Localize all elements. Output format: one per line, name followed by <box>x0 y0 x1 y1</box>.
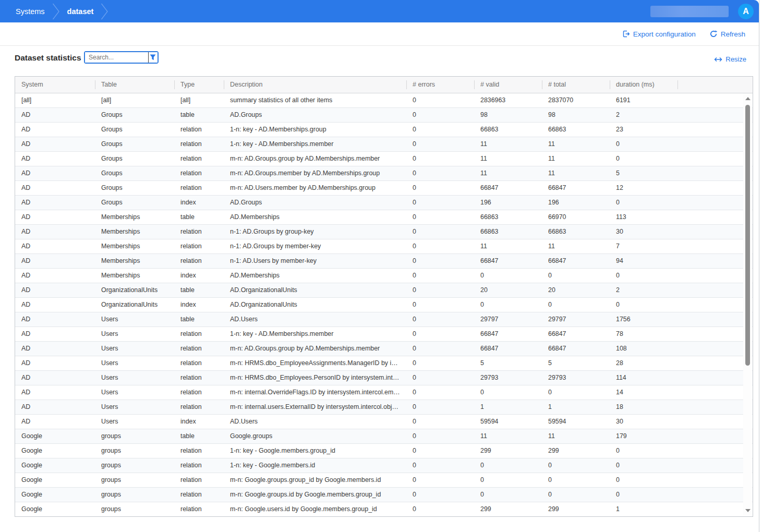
column-header[interactable]: Table <box>95 77 174 93</box>
table-row[interactable]: ADMembershipstableAD.Memberships06686366… <box>15 210 753 224</box>
table-cell: 2837070 <box>542 93 610 107</box>
table-cell: Memberships <box>95 210 174 224</box>
refresh-button[interactable]: Refresh <box>709 30 745 38</box>
table-row[interactable]: Googlegroupsrelationm-n: Google.users.id… <box>15 502 753 516</box>
table-cell <box>678 180 753 195</box>
table-cell <box>678 297 753 312</box>
column-header[interactable]: System <box>15 77 95 93</box>
avatar[interactable]: A <box>738 4 754 19</box>
table-cell: relation <box>174 400 224 414</box>
table-cell: [all] <box>95 93 174 107</box>
table-cell <box>678 93 753 107</box>
table-row[interactable]: ADGroupsrelationm-n: AD.Groups.group by … <box>15 151 753 166</box>
column-header[interactable]: duration (ms) <box>610 77 678 93</box>
table-row[interactable]: Googlegroupsrelationm-n: Google.groups.g… <box>15 473 753 487</box>
table-cell <box>678 458 753 473</box>
table-row[interactable]: ADUsersrelationm-n: internal.users.Exter… <box>15 400 753 414</box>
table-row[interactable]: GooglegroupstableGoogle.groups01111179 <box>15 429 753 443</box>
table-row[interactable]: ADMembershipsrelationn-1: AD.Groups by g… <box>15 224 753 239</box>
table-cell: AD <box>15 400 95 414</box>
column-header[interactable]: # errors <box>406 77 474 93</box>
table-cell: relation <box>174 224 224 239</box>
table-cell: 78 <box>610 327 678 341</box>
table-cell: 11 <box>474 137 542 151</box>
export-configuration-button[interactable]: Export configuration <box>622 30 696 38</box>
table-cell: AD <box>15 239 95 253</box>
table-cell: 0 <box>406 122 474 137</box>
table-cell: 0 <box>406 458 474 473</box>
table-row[interactable]: ADGroupsrelationm-n: AD.Users.member by … <box>15 180 753 195</box>
table-row[interactable]: Googlegroupsrelationm-n: Google.groups.i… <box>15 487 753 502</box>
table-row[interactable]: ADMembershipsrelationn-1: AD.Groups by m… <box>15 239 753 253</box>
table-row[interactable]: ADGroupsindexAD.Groups01961960 <box>15 195 753 210</box>
table-cell: 66970 <box>542 210 610 224</box>
table-cell: relation <box>174 151 224 166</box>
table-cell: 0 <box>406 268 474 283</box>
table-cell: AD <box>15 268 95 283</box>
table-cell: 66847 <box>542 341 610 356</box>
table-row[interactable]: ADUsersrelation1-n: key - AD.Memberships… <box>15 327 753 341</box>
export-icon <box>622 30 630 38</box>
table-cell <box>678 385 753 400</box>
column-header[interactable]: # valid <box>474 77 542 93</box>
table-cell: 66847 <box>474 327 542 341</box>
table-cell: 66847 <box>542 253 610 268</box>
table-row[interactable]: ADOrganizationalUnitstableAD.Organizatio… <box>15 283 753 297</box>
table-cell <box>678 312 753 327</box>
table-cell: 0 <box>610 473 678 487</box>
table-cell: 0 <box>474 487 542 502</box>
table-row[interactable]: ADUsersrelationm-n: AD.Groups.group by A… <box>15 341 753 356</box>
table-row[interactable]: ADMembershipsrelationn-1: AD.Users by me… <box>15 253 753 268</box>
table-row[interactable]: [all][all][all]summary statistics of all… <box>15 93 753 107</box>
table-cell: m-n: Google.groups.id by Google.members.… <box>224 487 406 502</box>
column-header[interactable] <box>678 77 753 93</box>
table-cell: relation <box>174 458 224 473</box>
scroll-down-button[interactable] <box>743 507 752 514</box>
table-row[interactable]: ADGroupsrelation1-n: key - AD.Membership… <box>15 122 753 137</box>
column-header[interactable]: # total <box>542 77 610 93</box>
table-row[interactable]: ADUsersindexAD.Users0595945959430 <box>15 414 753 429</box>
table-row[interactable]: ADUsersrelationm-n: HRMS.dbo_Employees.P… <box>15 370 753 385</box>
column-header[interactable]: Description <box>224 77 406 93</box>
table-cell: 299 <box>474 502 542 516</box>
table-cell: 0 <box>406 443 474 458</box>
table-cell <box>678 370 753 385</box>
table-row[interactable]: ADMembershipsindexAD.Memberships0000 <box>15 268 753 283</box>
table-cell: relation <box>174 122 224 137</box>
search-input[interactable] <box>85 52 148 63</box>
table-cell: m-n: AD.Groups.group by AD.Memberships.m… <box>224 151 406 166</box>
table-row[interactable]: Googlegroupsrelation1-n: key - Google.me… <box>15 458 753 473</box>
topbar-search-field[interactable] <box>650 6 729 17</box>
breadcrumb-systems[interactable]: Systems <box>16 7 45 16</box>
table-cell: 12 <box>610 180 678 195</box>
table-row[interactable]: Googlegroupsrelation1-n: key - Google.me… <box>15 443 753 458</box>
scrollbar-thumb[interactable] <box>745 105 750 366</box>
table-cell: relation <box>174 370 224 385</box>
table-row[interactable]: ADGroupstableAD.Groups098982 <box>15 107 753 122</box>
column-header[interactable]: Type <box>174 77 224 93</box>
table-row[interactable]: ADUsersrelationm-n: internal.OverrideFla… <box>15 385 753 400</box>
table-row[interactable]: ADUsersrelationm-n: HRMS.dbo_EmployeeAss… <box>15 356 753 370</box>
table-cell: m-n: Google.groups.group_id by Google.me… <box>224 473 406 487</box>
table-row[interactable]: ADGroupsrelation1-n: key - AD.Membership… <box>15 137 753 151</box>
table-cell: 66847 <box>474 180 542 195</box>
table-cell: Google <box>15 458 95 473</box>
table-cell: AD <box>15 356 95 370</box>
table-cell: Google <box>15 429 95 443</box>
table-cell: table <box>174 312 224 327</box>
table-row[interactable]: ADGroupsrelationm-n: AD.Groups.member by… <box>15 166 753 180</box>
table-cell: Groups <box>95 122 174 137</box>
table-cell <box>678 239 753 253</box>
table-cell: AD <box>15 341 95 356</box>
table-cell: AD <box>15 283 95 297</box>
breadcrumb-dataset[interactable]: dataset <box>67 7 94 16</box>
table-row[interactable]: ADOrganizationalUnitsindexAD.Organizatio… <box>15 297 753 312</box>
table-cell: 66847 <box>474 253 542 268</box>
filter-button[interactable] <box>148 52 158 63</box>
table-cell: 1 <box>474 400 542 414</box>
table-row[interactable]: ADUserstableAD.Users029797297971756 <box>15 312 753 327</box>
table-cell: AD.Groups <box>224 107 406 122</box>
table-cell: 30 <box>610 414 678 429</box>
scroll-up-button[interactable] <box>743 95 752 102</box>
resize-button[interactable]: Resize <box>714 55 746 63</box>
